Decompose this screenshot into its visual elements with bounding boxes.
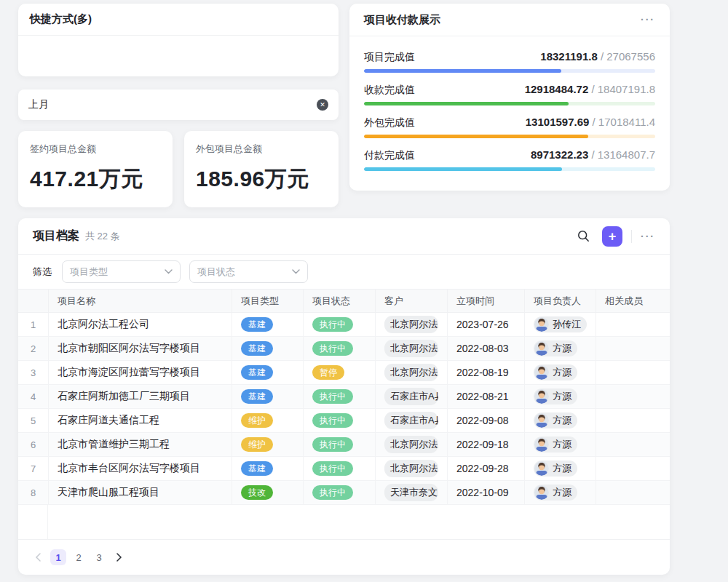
owner-tag: 方源 <box>534 412 577 428</box>
progress-label-row: 付款完成值8971322.23 / 13164807.7 <box>364 148 655 162</box>
cell-start-date: 2022-08-19 <box>447 361 524 384</box>
cell-project-type: 维护 <box>232 409 303 432</box>
progress-total: / 13164807.7 <box>588 148 655 161</box>
customer-tag: 石家庄市A县政 <box>384 412 438 429</box>
next-page-icon[interactable] <box>111 549 127 565</box>
cell-members <box>596 313 670 336</box>
cell-project-name[interactable]: 石家庄阿斯加德工厂三期项目 <box>48 385 232 408</box>
cell-project-name[interactable]: 北京市丰台区阿尔法写字楼项目 <box>48 457 232 480</box>
cell-row-number: 4 <box>18 385 48 408</box>
cell-customer: 天津市奈文摩尔 <box>375 481 447 504</box>
cell-project-name[interactable]: 北京市海淀区阿拉蕾写字楼项目 <box>48 361 232 384</box>
progress-total: / 17018411.4 <box>589 116 655 128</box>
owner-name: 孙传江 <box>553 318 581 331</box>
table-row[interactable]: 4石家庄阿斯加德工厂三期项目基建执行中石家庄市A县政2022-08-21 方源 <box>18 385 670 409</box>
stat-value: 185.96万元 <box>196 164 327 194</box>
cell-members <box>596 433 670 456</box>
cell-owner: 方源 <box>524 337 596 360</box>
cell-owner: 方源 <box>524 433 596 456</box>
page-button-3[interactable]: 3 <box>91 549 107 565</box>
col-row-number <box>18 290 48 312</box>
customer-tag: 北京阿尔法工程 <box>384 364 438 381</box>
table-title: 项目档案 <box>33 228 79 244</box>
cell-project-status: 执行中 <box>303 313 375 336</box>
col-members: 相关成员 <box>596 290 670 312</box>
more-menu-icon[interactable]: ··· <box>641 14 655 25</box>
cell-owner: 方源 <box>524 409 596 432</box>
filter-bar: 筛选 项目类型 项目状态 <box>18 255 670 289</box>
table-row[interactable]: 3北京市海淀区阿拉蕾写字楼项目基建暂停北京阿尔法工程2022-08-19 方源 <box>18 361 670 385</box>
month-filter-chip[interactable]: 上月 ✕ <box>18 89 339 120</box>
table-empty-zone <box>18 505 670 539</box>
cell-project-name[interactable]: 北京阿尔法工程公司 <box>48 313 232 336</box>
cell-start-date: 2023-07-26 <box>447 313 524 336</box>
progress-group: 外包完成值13101597.69 / 17018411.4 <box>364 109 655 142</box>
pagination: 123 <box>18 539 670 575</box>
owner-tag: 孙传江 <box>534 316 587 332</box>
owner-name: 方源 <box>553 366 571 379</box>
status-badge: 执行中 <box>312 437 353 452</box>
cell-members <box>596 337 670 360</box>
progress-group: 项目完成值18321191.8 / 27067556 <box>364 44 655 76</box>
owner-name: 方源 <box>553 342 571 355</box>
page-button-2[interactable]: 2 <box>71 549 87 565</box>
col-start-date: 立项时间 <box>447 290 524 312</box>
cell-owner: 孙传江 <box>524 313 596 336</box>
customer-tag: 石家庄市A县政 <box>384 388 438 405</box>
chevron-down-icon <box>292 269 300 274</box>
table-row[interactable]: 7北京市丰台区阿尔法写字楼项目基建执行中北京阿尔法工程2022-09-28 方源 <box>18 457 670 481</box>
progress-label-row: 项目完成值18321191.8 / 27067556 <box>364 50 655 64</box>
table-row[interactable]: 1北京阿尔法工程公司基建执行中北京阿尔法工程2023-07-26 孙传江 <box>18 313 670 337</box>
progress-fill <box>364 167 562 171</box>
chevron-down-icon <box>165 269 173 274</box>
cell-project-type: 维护 <box>232 433 303 456</box>
table-body: 1北京阿尔法工程公司基建执行中北京阿尔法工程2023-07-26 孙传江2北京市… <box>18 313 670 505</box>
table-row[interactable]: 5石家庄阿道夫通信工程维护执行中石家庄市A县政2022-09-08 方源 <box>18 409 670 433</box>
cell-project-status: 执行中 <box>303 337 375 360</box>
table-more-menu-icon[interactable]: ··· <box>641 231 655 242</box>
table-row[interactable]: 6北京市管道维护三期工程维护执行中北京阿尔法工程2022-09-18 方源 <box>18 433 670 457</box>
customer-tag: 北京阿尔法工程 <box>384 436 438 453</box>
cell-project-status: 执行中 <box>303 385 375 408</box>
cell-start-date: 2022-08-03 <box>447 337 524 360</box>
owner-tag: 方源 <box>534 485 577 501</box>
project-status-select[interactable]: 项目状态 <box>189 260 308 283</box>
cell-start-date: 2022-08-21 <box>447 385 524 408</box>
cell-project-status: 执行中 <box>303 481 375 504</box>
cell-project-name[interactable]: 天津市爬山服工程项目 <box>48 481 232 504</box>
status-badge: 执行中 <box>312 317 353 332</box>
owner-name: 方源 <box>553 438 571 451</box>
cell-project-name[interactable]: 北京市管道维护三期工程 <box>48 433 232 456</box>
owner-avatar <box>534 317 549 332</box>
cell-project-status: 执行中 <box>303 433 375 456</box>
type-badge: 维护 <box>241 413 273 428</box>
progress-fill <box>364 102 569 105</box>
cell-project-name[interactable]: 石家庄阿道夫通信工程 <box>48 409 232 432</box>
cell-start-date: 2022-09-08 <box>447 409 524 432</box>
cell-project-type: 基建 <box>232 313 303 336</box>
prev-page-icon[interactable] <box>30 549 46 565</box>
progress-value: 18321191.8 / 27067556 <box>540 50 655 63</box>
project-type-select[interactable]: 项目类型 <box>62 260 181 283</box>
project-archive-card: 项目档案 共 22 条 + ··· 筛选 项目类型 项目状态 项目名称 <box>18 218 670 575</box>
owner-avatar <box>534 437 549 452</box>
cell-project-type: 基建 <box>232 457 303 480</box>
cell-project-name[interactable]: 北京市朝阳区阿尔法写字楼项目 <box>48 337 232 360</box>
cell-project-type: 技改 <box>232 481 303 504</box>
type-badge: 基建 <box>241 341 273 356</box>
owner-avatar <box>534 389 549 404</box>
payment-progress-list: 项目完成值18321191.8 / 27067556收款完成值12918484.… <box>349 36 670 175</box>
clear-filter-icon[interactable]: ✕ <box>317 99 328 111</box>
filter-label: 筛选 <box>33 266 52 279</box>
cell-members <box>596 457 670 480</box>
status-badge: 执行中 <box>312 461 353 476</box>
table-row[interactable]: 2北京市朝阳区阿尔法写字楼项目基建执行中北京阿尔法工程2022-08-03 方源 <box>18 337 670 361</box>
add-record-button[interactable]: + <box>602 226 622 247</box>
shortcut-card: 快捷方式(多) <box>18 4 339 76</box>
search-icon[interactable] <box>574 228 592 245</box>
owner-avatar <box>534 341 549 356</box>
page-button-1[interactable]: 1 <box>50 549 66 565</box>
col-owner: 项目负责人 <box>524 290 596 312</box>
status-badge: 暂停 <box>312 365 344 380</box>
table-row[interactable]: 8天津市爬山服工程项目技改执行中天津市奈文摩尔2022-10-09 方源 <box>18 481 670 505</box>
